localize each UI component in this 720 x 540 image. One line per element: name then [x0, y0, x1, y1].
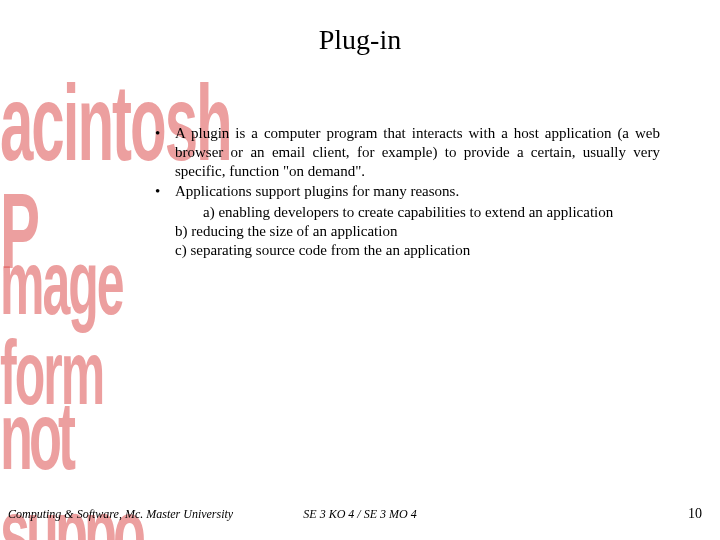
bullet-dot: • — [155, 124, 175, 180]
sub-b: b) reducing the size of an application — [175, 222, 660, 241]
bullet-2: • Applications support plugins for many … — [155, 182, 660, 201]
sub-a: a) enabling developers to create capabil… — [175, 203, 660, 222]
bullet-2-text: Applications support plugins for many re… — [175, 182, 660, 201]
bg-text-2: mage form — [0, 238, 110, 418]
slide-number: 10 — [688, 506, 702, 522]
bg-text-1: acintosh P — [0, 70, 110, 286]
sub-c: c) separating source code from the an ap… — [175, 241, 660, 260]
slide-body: • A plugin is a computer program that in… — [155, 124, 660, 259]
broken-image-placeholder: acintosh P mage form not suppo — [0, 70, 110, 450]
bullet-dot: • — [155, 182, 175, 201]
slide-title: Plug-in — [0, 24, 720, 56]
bullet-1-text: A plugin is a computer program that inte… — [175, 124, 660, 180]
bullet-1: • A plugin is a computer program that in… — [155, 124, 660, 180]
footer-center: SE 3 KO 4 / SE 3 MO 4 — [0, 507, 720, 522]
